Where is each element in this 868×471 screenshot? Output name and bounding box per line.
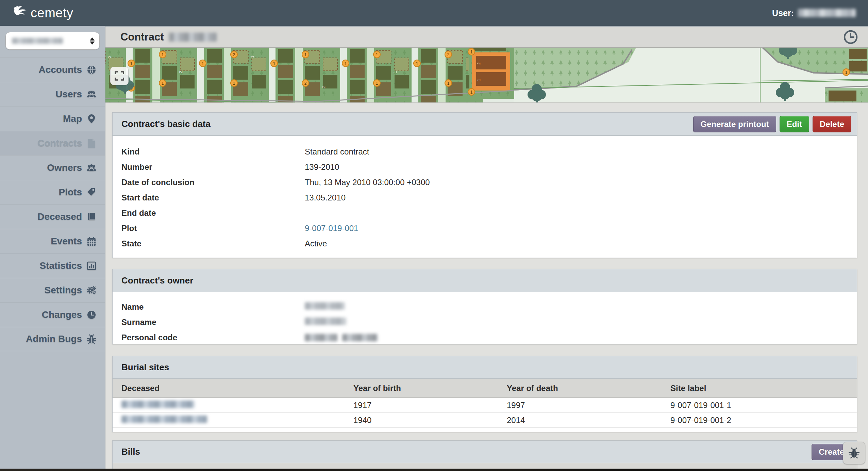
bug-report-button[interactable]	[843, 442, 865, 464]
tag-icon	[87, 188, 96, 197]
sidebar-item-label: Plots	[59, 187, 82, 198]
plot-link[interactable]: 9-007-019-001	[305, 224, 358, 233]
calendar-icon	[87, 237, 96, 246]
field-label: Surname	[121, 318, 156, 327]
svg-text:2: 2	[477, 62, 481, 65]
field-label: Name	[121, 302, 144, 312]
cemetery-map[interactable]: 1 2	[105, 48, 868, 103]
bar-chart-icon	[87, 261, 96, 271]
book-icon	[87, 212, 96, 222]
deceased-link[interactable]	[121, 416, 207, 425]
field-date-of-conclusion: Date of conclusion Thu, 13 May 2010 03:0…	[113, 175, 857, 190]
burial-row: 1940 2014 9-007-019-001-2	[113, 413, 857, 428]
map-fullscreen-button[interactable]	[110, 67, 129, 85]
map-marker-icon	[87, 114, 96, 124]
sidebar-item-label: Events	[51, 236, 82, 247]
site-label: 9-007-019-001-2	[670, 416, 731, 425]
owner-name-redacted	[305, 302, 345, 310]
basic-data-panel: Contract's basic data Generate printout …	[112, 112, 857, 258]
field-label: Start date	[121, 193, 159, 202]
svg-text:1: 1	[250, 55, 255, 58]
sidebar-item-label: Deceased	[37, 211, 82, 222]
contract-number-redacted	[169, 33, 217, 42]
sidebar-item-map[interactable]: Map	[0, 106, 105, 131]
sidebar-item-owners[interactable]: Owners	[0, 155, 105, 180]
sidebar-item-contracts[interactable]: Contracts	[0, 131, 105, 155]
field-label: Date of conclusion	[121, 178, 195, 187]
account-select-value-redacted	[12, 38, 63, 44]
basic-data-title: Contract's basic data	[121, 119, 211, 129]
page-title: Contract	[120, 31, 217, 43]
sidebar-item-label: Statistics	[40, 260, 82, 271]
col-site-label: Site label	[670, 384, 706, 393]
globe-icon	[87, 65, 96, 75]
history-clock-icon[interactable]	[843, 29, 858, 45]
sidebar-item-label: Map	[63, 113, 82, 124]
burial-sites-panel: Burial sites Deceased Year of birth Year…	[112, 356, 857, 432]
sidebar-item-admin-bugs[interactable]: Admin Bugs	[0, 327, 105, 351]
sidebar: Accounts Users Map Contracts Owners Plot…	[0, 26, 105, 469]
site-label: 9-007-019-001-1	[670, 401, 731, 410]
field-label: Personal code	[121, 333, 177, 342]
field-label: Kind	[121, 147, 139, 157]
field-plot: Plot 9-007-019-001	[113, 221, 857, 236]
field-number: Number 139-2010	[113, 159, 857, 175]
field-value: Active	[305, 239, 327, 248]
sidebar-item-changes[interactable]: Changes	[0, 302, 105, 327]
sidebar-item-events[interactable]: Events	[0, 229, 105, 253]
burial-row: 1917 1997 9-007-019-001-1	[113, 398, 857, 413]
page-title-prefix: Contract	[120, 31, 164, 43]
bills-title: Bills	[121, 446, 140, 457]
svg-text:1: 1	[393, 71, 398, 73]
users-icon	[87, 90, 96, 99]
select-arrows-icon	[90, 37, 95, 45]
owner-surname-redacted	[305, 318, 346, 325]
sidebar-item-label: Owners	[47, 162, 82, 173]
delete-button[interactable]: Delete	[813, 116, 851, 132]
field-owner-name: Name	[113, 299, 857, 314]
sidebar-item-label: Contracts	[37, 138, 82, 149]
sidebar-item-settings[interactable]: Settings	[0, 278, 105, 302]
sidebar-item-statistics[interactable]: Statistics	[0, 253, 105, 278]
account-select[interactable]	[5, 32, 100, 50]
edit-button[interactable]: Edit	[780, 116, 809, 132]
svg-text:2: 2	[179, 71, 183, 73]
col-year-of-birth: Year of birth	[353, 384, 401, 393]
bug-icon	[87, 334, 96, 344]
field-label: End date	[121, 208, 156, 218]
sidebar-item-plots[interactable]: Plots	[0, 180, 105, 204]
fullscreen-icon	[114, 70, 125, 82]
deceased-link[interactable]	[121, 401, 195, 410]
field-kind: Kind Standard contract	[113, 144, 857, 159]
dove-icon	[12, 5, 30, 21]
field-label: Number	[121, 162, 152, 172]
brand-name: cemety	[31, 6, 73, 20]
owner-panel: Contract's owner Name Surname Personal c…	[112, 269, 857, 344]
sidebar-item-label: Changes	[42, 309, 82, 320]
content-header: Contract	[105, 26, 868, 48]
field-label: State	[121, 239, 141, 248]
file-icon	[87, 139, 96, 148]
field-owner-personal-code: Personal code	[113, 330, 857, 345]
user-name-redacted	[798, 9, 856, 17]
generate-printout-button[interactable]: Generate printout	[693, 116, 776, 132]
sidebar-item-users[interactable]: Users	[0, 82, 105, 106]
sidebar-item-label: Accounts	[38, 64, 82, 75]
field-value: Thu, 13 May 2010 03:00:00 +0300	[305, 178, 430, 187]
sidebar-item-deceased[interactable]: Deceased	[0, 204, 105, 229]
sidebar-item-label: Admin Bugs	[26, 334, 82, 344]
field-end-date: End date	[113, 205, 857, 221]
col-deceased: Deceased	[121, 384, 160, 393]
sidebar-item-label: Users	[55, 89, 82, 100]
year-of-birth: 1917	[353, 401, 371, 410]
gears-icon	[87, 286, 96, 295]
year-of-death: 2014	[507, 416, 525, 425]
year-of-death: 1997	[507, 401, 525, 410]
sidebar-item-accounts[interactable]: Accounts	[0, 57, 105, 82]
clock-icon	[87, 310, 96, 320]
field-label: Plot	[121, 224, 137, 233]
app-logo[interactable]: cemety	[12, 5, 73, 21]
deceased-name-redacted	[121, 401, 195, 408]
app-header: cemety User:	[0, 0, 868, 26]
svg-text:2: 2	[107, 55, 112, 58]
